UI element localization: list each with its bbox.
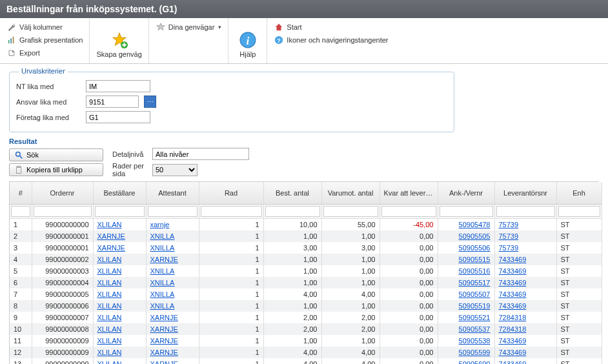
col-bestallare[interactable]: Beställare: [93, 182, 146, 204]
bestallare-link[interactable]: XLILAN: [97, 337, 122, 345]
table-row[interactable]: 499000000002XLILANXARNJE11,001,000,00509…: [10, 254, 602, 265]
table-row[interactable]: 799000000005XLILANXNILLA14,004,000,00509…: [10, 288, 602, 300]
ansvar-picker-button[interactable]: ⋯: [144, 96, 156, 108]
attestant-link[interactable]: XNILLA: [150, 302, 175, 310]
lev-link[interactable]: 7284318: [499, 325, 527, 333]
lev-link[interactable]: 7433469: [499, 302, 527, 310]
create-shortcut-button[interactable]: Skapa genväg: [96, 30, 141, 59]
ank-link[interactable]: 50905516: [459, 267, 491, 275]
start-button[interactable]: Start: [274, 21, 388, 34]
lev-link[interactable]: 7433469: [499, 349, 527, 356]
col-index[interactable]: #: [10, 182, 32, 204]
filter-enh[interactable]: [558, 206, 600, 217]
ank-link[interactable]: 50905517: [459, 279, 491, 287]
filter-bestallare[interactable]: [95, 206, 145, 217]
table-row[interactable]: 899000000006XLILANXNILLA11,001,000,00509…: [10, 300, 602, 312]
bestallare-link[interactable]: XLILAN: [97, 256, 122, 263]
icons-nav-button[interactable]: ? Ikoner och navigeringstangenter: [274, 34, 388, 46]
attestant-link[interactable]: XARNJE: [150, 314, 178, 321]
filter-varumot-antal[interactable]: [323, 206, 378, 217]
table-row[interactable]: 399000000001XARNJEXNILLA13,003,000,00509…: [10, 242, 602, 254]
rows-per-page-select[interactable]: 50: [152, 164, 198, 176]
col-ank[interactable]: Ank-/Vernr: [438, 182, 494, 204]
bestallare-link[interactable]: XLILAN: [97, 349, 122, 356]
lev-link[interactable]: 7433469: [499, 267, 527, 275]
filter-ordernr[interactable]: [34, 206, 92, 217]
ank-link[interactable]: 50905538: [459, 337, 491, 345]
filter-kvar[interactable]: [381, 206, 436, 217]
ank-link[interactable]: 50905505: [459, 232, 491, 240]
ank-link[interactable]: 50905537: [459, 325, 491, 333]
filter-rad[interactable]: [201, 206, 262, 217]
bestallare-link[interactable]: XLILAN: [97, 267, 122, 275]
col-enh[interactable]: Enh: [556, 182, 602, 204]
lev-link[interactable]: 7433469: [499, 256, 527, 263]
ank-link[interactable]: 50905506: [459, 244, 491, 252]
help-button[interactable]: i Hjälp: [239, 30, 257, 59]
lev-link[interactable]: 7433469: [499, 360, 527, 364]
col-ordernr[interactable]: Ordernr: [32, 182, 93, 204]
attestant-link[interactable]: XARNJE: [150, 349, 178, 356]
detail-level-input[interactable]: [152, 148, 249, 160]
table-row[interactable]: 999000000007XLILANXARNJE12,002,000,00509…: [10, 312, 602, 323]
graphic-presentation-button[interactable]: Grafisk presentation: [6, 34, 83, 46]
attestant-link[interactable]: xarnje: [150, 221, 170, 228]
filter-ank[interactable]: [440, 206, 493, 217]
filter-best-antal[interactable]: [265, 206, 320, 217]
table-row[interactable]: 1299000000009XLILANXARNJE14,004,000,0050…: [10, 347, 602, 358]
bestallare-link[interactable]: XLILAN: [97, 302, 122, 310]
ank-link[interactable]: 50905519: [459, 302, 491, 310]
lev-link[interactable]: 75739: [499, 221, 519, 228]
lev-link[interactable]: 75739: [499, 244, 519, 252]
bestallare-link[interactable]: XLILAN: [97, 360, 122, 364]
attestant-link[interactable]: XARNJE: [150, 325, 178, 333]
table-row[interactable]: 1399000000009XLILANXARNJE14,004,000,0050…: [10, 358, 602, 364]
bestallare-link[interactable]: XLILAN: [97, 314, 122, 321]
bestallare-link[interactable]: XARNJE: [97, 232, 125, 240]
ank-link[interactable]: 50905599: [459, 349, 491, 356]
ansvar-input[interactable]: [86, 96, 139, 108]
col-best-antal[interactable]: Best. antal: [263, 182, 321, 204]
col-rad[interactable]: Rad: [199, 182, 263, 204]
bestallare-link[interactable]: XLILAN: [97, 279, 122, 287]
export-button[interactable]: Export: [6, 46, 83, 59]
filter-attestant[interactable]: [148, 206, 198, 217]
foretag-input[interactable]: [86, 111, 150, 123]
table-row[interactable]: 199000000000XLILANxarnje110,0055,00-45,0…: [10, 218, 602, 230]
copy-clipboard-button[interactable]: Kopiera till urklipp: [9, 163, 103, 176]
lev-link[interactable]: 7433469: [499, 290, 527, 298]
filter-lev[interactable]: [496, 206, 555, 217]
search-button[interactable]: Sök: [9, 148, 103, 161]
col-varumot-antal[interactable]: Varumot. antal: [321, 182, 380, 204]
attestant-link[interactable]: XARNJE: [150, 360, 178, 364]
table-row[interactable]: 1099000000008XLILANXARNJE12,002,000,0050…: [10, 323, 602, 335]
attestant-link[interactable]: XNILLA: [150, 267, 175, 275]
table-row[interactable]: 299000000001XARNJEXNILLA11,001,000,00509…: [10, 230, 602, 242]
attestant-link[interactable]: XARNJE: [150, 256, 178, 263]
col-kvar[interactable]: Kvar att levereras: [380, 182, 438, 204]
filter-index[interactable]: [11, 206, 30, 217]
attestant-link[interactable]: XNILLA: [150, 279, 175, 287]
bestallare-link[interactable]: XLILAN: [97, 325, 122, 333]
ank-link[interactable]: 50905478: [459, 221, 491, 228]
table-row[interactable]: 599000000003XLILANXNILLA11,001,000,00509…: [10, 265, 602, 277]
ank-link[interactable]: 50905600: [459, 360, 491, 364]
lev-link[interactable]: 7433469: [499, 337, 527, 345]
table-row[interactable]: 699000000004XLILANXNILLA11,001,000,00509…: [10, 277, 602, 288]
attestant-link[interactable]: XARNJE: [150, 337, 178, 345]
lev-link[interactable]: 7284318: [499, 314, 527, 321]
bestallare-link[interactable]: XARNJE: [97, 244, 125, 252]
col-attestant[interactable]: Attestant: [146, 182, 199, 204]
table-row[interactable]: 1199000000009XLILANXARNJE11,001,000,0050…: [10, 335, 602, 347]
bestallare-link[interactable]: XLILAN: [97, 290, 122, 298]
nt-input[interactable]: [86, 80, 150, 92]
attestant-link[interactable]: XNILLA: [150, 232, 175, 240]
ank-link[interactable]: 50905515: [459, 256, 491, 263]
lev-link[interactable]: 7433469: [499, 279, 527, 287]
your-shortcuts-button[interactable]: Dina genvägar ▾: [156, 21, 222, 34]
ank-link[interactable]: 50905507: [459, 290, 491, 298]
bestallare-link[interactable]: XLILAN: [97, 221, 122, 228]
ank-link[interactable]: 50905521: [459, 314, 491, 321]
attestant-link[interactable]: XNILLA: [150, 290, 175, 298]
attestant-link[interactable]: XNILLA: [150, 244, 175, 252]
